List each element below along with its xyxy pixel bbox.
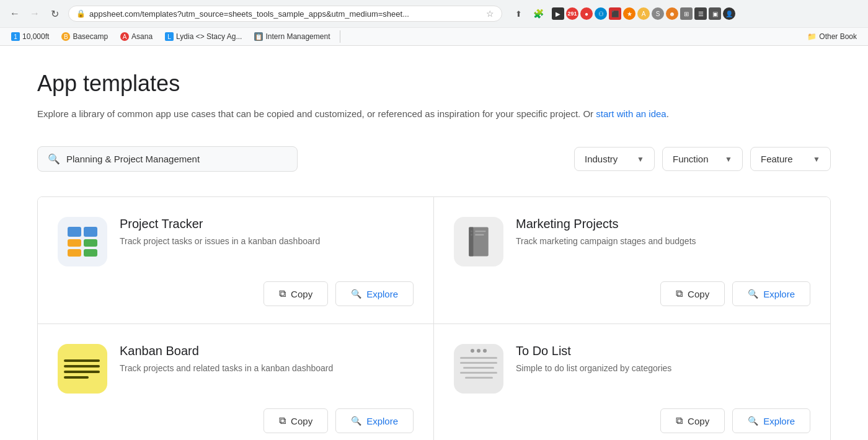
kanban-sq-orange: [68, 239, 81, 247]
search-input[interactable]: [66, 154, 287, 164]
address-bar[interactable]: 🔒 appsheet.com/templates?utm_source=shee…: [68, 6, 502, 22]
book-svg: [463, 226, 494, 257]
browser-toolbar: ← → ↻ 🔒 appsheet.com/templates?utm_sourc…: [0, 0, 868, 27]
copy-label: Copy: [291, 289, 312, 299]
forward-button[interactable]: →: [26, 5, 43, 22]
kanban-sq-blue2: [84, 227, 97, 237]
ext-icon-10[interactable]: ⊞: [680, 7, 693, 20]
copy-label: Copy: [688, 416, 709, 426]
template-card-project-tracker: Project Tracker Track project tasks or i…: [38, 197, 434, 324]
todo-line2: [460, 362, 497, 364]
todo-line5: [465, 377, 493, 379]
url-text: appsheet.com/templates?utm_source=sheets…: [89, 9, 482, 19]
project-tracker-info: Project Tracker Track project tasks or i…: [120, 217, 414, 248]
ext-icon-5[interactable]: ⬛: [609, 7, 621, 20]
copy-icon: ⧉: [279, 415, 286, 426]
marketing-projects-copy-button[interactable]: ⧉ Copy: [660, 281, 725, 306]
notepad-line-3: [64, 371, 100, 373]
feature-label: Feature: [761, 154, 793, 164]
marketing-projects-explore-button[interactable]: 🔍 Explore: [732, 281, 810, 306]
marketing-projects-info: Marketing Projects Track marketing campa…: [516, 217, 810, 248]
other-books[interactable]: 📁 Other Book: [802, 30, 862, 43]
profile-icon[interactable]: 👤: [723, 7, 735, 20]
kanban-board-desc: Track projects and related tasks in a ka…: [120, 362, 414, 375]
explore-label: Explore: [763, 416, 795, 426]
lock-icon: 🔒: [76, 9, 86, 18]
svg-rect-3: [475, 234, 484, 235]
bookmark-intern[interactable]: 📋 Intern Management: [249, 30, 335, 43]
ext-icon-11[interactable]: ☰: [694, 7, 707, 20]
page-title: App templates: [37, 71, 831, 97]
svg-rect-4: [471, 231, 472, 232]
marketing-projects-actions: ⧉ Copy 🔍 Explore: [454, 281, 810, 306]
template-card-kanban-board: Kanban Board Track projects and related …: [38, 324, 434, 440]
kanban-board-name: Kanban Board: [120, 344, 414, 358]
bookmark-basecamp[interactable]: B Basecamp: [56, 30, 113, 43]
bookmark-star-icon[interactable]: ☆: [486, 9, 494, 19]
feature-chevron-icon: ▼: [813, 155, 820, 164]
todo-list-explore-button[interactable]: 🔍 Explore: [732, 408, 810, 433]
extension-icons: ▶ 291 ● ⚇ ⬛ ★ A S ☻ ⊞ ☰ ▣ 👤: [552, 7, 735, 20]
todo-line3: [463, 367, 494, 369]
share-icon[interactable]: ⬆: [510, 5, 527, 22]
kanban-board-explore-button[interactable]: 🔍 Explore: [335, 408, 414, 433]
template-card-todo-list: To Do List Simple to do list organized b…: [434, 324, 830, 440]
industry-chevron-icon: ▼: [637, 155, 644, 164]
function-dropdown[interactable]: Function ▼: [662, 147, 743, 171]
ext-icon-9[interactable]: ☻: [666, 7, 678, 20]
ext-icon-2[interactable]: 291: [566, 7, 578, 20]
template-card-top: To Do List Simple to do list organized b…: [454, 344, 810, 394]
function-label: Function: [673, 154, 709, 164]
kanban-sq-blue1: [68, 227, 81, 237]
explore-icon: 🔍: [351, 416, 361, 426]
bookmark-asana[interactable]: A Asana: [115, 30, 157, 43]
search-box[interactable]: 🔍: [37, 146, 298, 172]
ext-icon-6[interactable]: ★: [623, 7, 636, 20]
ext-icon-4[interactable]: ⚇: [595, 7, 607, 20]
start-with-idea-link[interactable]: start with an idea: [596, 108, 666, 119]
template-card-top: Kanban Board Track projects and related …: [58, 344, 414, 394]
kanban-sq-green1: [84, 239, 97, 247]
project-tracker-name: Project Tracker: [120, 217, 414, 231]
ext-icon-7[interactable]: A: [637, 7, 650, 20]
bookmark-10kft-icon: 1: [11, 32, 20, 41]
bookmark-separator: [340, 30, 340, 43]
feature-dropdown[interactable]: Feature ▼: [750, 147, 831, 171]
description-text-1: Explore a library of common app use case…: [37, 108, 596, 119]
project-tracker-copy-button[interactable]: ⧉ Copy: [264, 281, 328, 306]
kanban-icon-grid: [61, 221, 104, 263]
extensions-icon[interactable]: 🧩: [529, 5, 547, 22]
notepad-line-4: [64, 376, 89, 379]
explore-label: Explore: [763, 289, 795, 299]
description-text-2: .: [666, 108, 669, 119]
todo-list-info: To Do List Simple to do list organized b…: [516, 344, 810, 375]
todo-line4: [460, 372, 497, 374]
svg-rect-2: [475, 231, 485, 232]
marketing-projects-name: Marketing Projects: [516, 217, 810, 231]
template-card-marketing-projects: Marketing Projects Track marketing campa…: [434, 197, 830, 324]
reload-button[interactable]: ↻: [46, 5, 63, 22]
copy-icon: ⧉: [676, 288, 683, 299]
other-books-folder-icon: 📁: [807, 32, 817, 41]
copy-icon: ⧉: [279, 288, 286, 299]
kanban-board-info: Kanban Board Track projects and related …: [120, 344, 414, 375]
template-card-top: Project Tracker Track project tasks or i…: [58, 217, 414, 266]
kanban-board-icon: [58, 344, 107, 394]
ext-icon-3[interactable]: ●: [580, 7, 593, 20]
bookmark-lydia-label: Lydia <> Stacy Ag...: [176, 32, 242, 41]
bookmark-10kft[interactable]: 1 10,000ft: [6, 30, 54, 43]
industry-dropdown[interactable]: Industry ▼: [574, 147, 655, 171]
todo-list-copy-button[interactable]: ⧉ Copy: [660, 408, 725, 433]
back-button[interactable]: ←: [6, 5, 24, 22]
ext-icon-12[interactable]: ▣: [709, 7, 721, 20]
bookmark-10kft-label: 10,000ft: [22, 32, 49, 41]
project-tracker-icon: [58, 217, 107, 266]
ext-icon-1[interactable]: ▶: [552, 7, 564, 20]
bookmark-lydia[interactable]: L Lydia <> Stacy Ag...: [160, 30, 247, 43]
kanban-board-copy-button[interactable]: ⧉ Copy: [264, 408, 328, 433]
ext-icon-8[interactable]: S: [652, 7, 664, 20]
project-tracker-explore-button[interactable]: 🔍 Explore: [335, 281, 414, 306]
notepad-line-2: [64, 365, 100, 367]
kanban-sq-orange2: [68, 249, 81, 257]
filter-dropdowns: Industry ▼ Function ▼ Feature ▼: [574, 147, 831, 171]
